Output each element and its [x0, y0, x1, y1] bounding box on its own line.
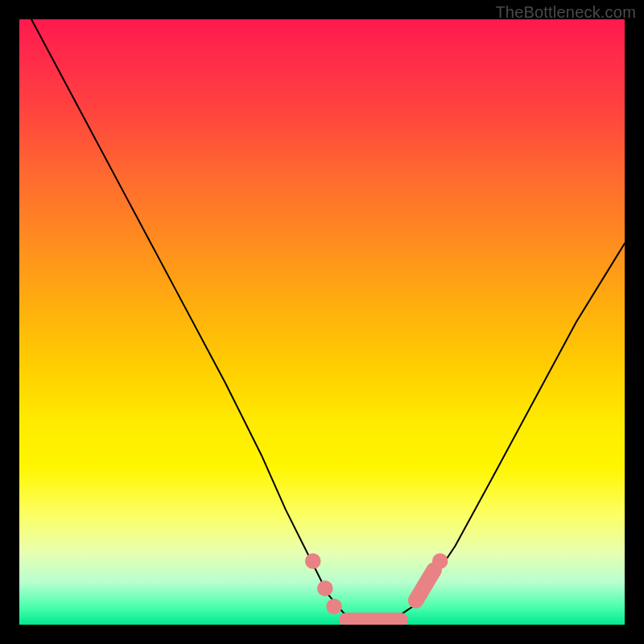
- pink-dot: [432, 553, 448, 569]
- plot-svg: [19, 19, 625, 625]
- pink-dot: [317, 580, 333, 597]
- markers-group: [305, 553, 448, 620]
- main-curve: [31, 19, 625, 621]
- watermark-text: TheBottleneck.com: [495, 3, 636, 22]
- plot-area: [19, 19, 625, 625]
- pink-dot: [305, 553, 321, 569]
- pink-dot: [326, 599, 342, 615]
- chart-frame: TheBottleneck.com: [0, 0, 644, 644]
- pink-capsule: [416, 570, 435, 601]
